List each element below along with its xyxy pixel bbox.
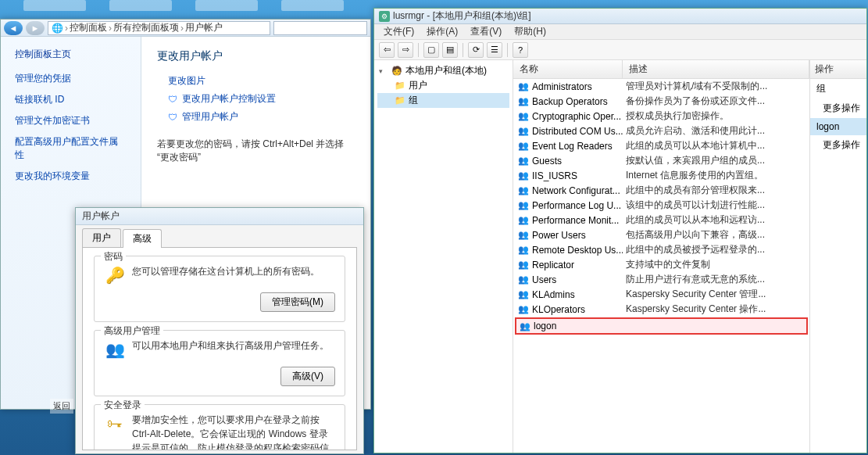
col-desc[interactable]: 描述 [623,60,809,78]
group-icon [518,185,529,196]
actions-pane: 操作 组 更多操作 logon 更多操作 [810,60,866,453]
group-name: Power Users [532,230,586,241]
breadcrumb[interactable]: 🌐 › 控制面板 › 所有控制面板项 › 用户帐户 [48,21,270,35]
mmc-list: 名称 描述 Administrators管理员对计算机/域有不受限制的...Ba… [513,60,810,453]
group-desc: 该组中的成员可以计划进行性能... [626,199,805,212]
tb-forward-icon[interactable]: ⇨ [398,42,413,58]
fragment-text: 返回 [50,399,73,414]
manage-passwords-button[interactable]: 管理密码(M) [260,292,335,312]
list-item[interactable]: Event Log Readers此组的成员可以从本地计算机中... [513,138,809,153]
menu-action[interactable]: 操作(A) [422,23,463,40]
forward-button[interactable]: ► [26,21,45,35]
actions-sub-groups[interactable]: 组 [810,79,866,99]
group-name: Event Log Readers [532,141,613,152]
group-icon [518,289,529,300]
folder-icon [395,81,405,91]
group-desc: Kaspersky Security Center 操作... [626,303,805,316]
menu-file[interactable]: 文件(F) [379,23,419,40]
list-item[interactable]: KLOperatorsKaspersky Security Center 操作.… [513,302,809,317]
side-link-encryption[interactable]: 管理文件加密证书 [15,114,127,127]
mmc-menubar: 文件(F) 操作(A) 查看(V) 帮助(H) [374,24,866,40]
list-item[interactable]: Replicator支持域中的文件复制 [513,257,809,272]
side-link-credentials[interactable]: 管理您的凭据 [15,72,127,85]
group-name: Backup Operators [532,96,608,107]
list-item[interactable]: Performance Log U...该组中的成员可以计划进行性能... [513,198,809,213]
list-item[interactable]: Backup Operators备份操作员为了备份或还原文件... [513,94,809,109]
tb-export-icon[interactable]: ▤ [442,42,458,58]
list-item[interactable]: Remote Desktop Us...此组中的成员被授予远程登录的... [513,242,809,257]
group-desc: 防止用户进行有意或无意的系统... [626,273,805,286]
group-icon [518,126,529,137]
menu-help[interactable]: 帮助(H) [509,23,551,40]
tree-root[interactable]: ▾本地用户和组(本地) [377,63,509,78]
list-item[interactable]: Cryptographic Oper...授权成员执行加密操作。 [513,109,809,124]
shield-icon [168,112,179,123]
side-link-envvars[interactable]: 更改我的环境变量 [15,170,127,183]
group-icon [518,274,529,285]
col-name[interactable]: 名称 [513,60,623,78]
sec-text: 要增加安全性，您可以要求用户在登录之前按 Ctrl-Alt-Delete。它会保… [132,413,335,450]
tree-users[interactable]: 用户 [377,78,509,93]
lock-icon [104,413,126,435]
tb-show-hide-icon[interactable]: ▢ [423,42,439,58]
mmc-titlebar: ⚙ lusrmgr - [本地用户和组(本地)\组] [374,9,866,24]
key-icon [104,264,126,286]
list-item[interactable]: logon [515,317,808,335]
back-button[interactable]: ◄ [4,21,23,35]
list-item[interactable]: Power Users包括高级用户以向下兼容，高级... [513,228,809,242]
action-manage-accounts[interactable]: 管理用户帐户 [168,110,355,124]
tb-properties-icon[interactable]: ☰ [487,42,502,58]
group-icon [518,200,529,211]
group-name: Guests [532,156,562,167]
cpl-main-title: 更改用户帐户 [157,49,355,63]
group-desc: Kaspersky Security Center 管理... [626,288,805,301]
group-icon [518,215,529,226]
host-icon [391,66,402,77]
list-item[interactable]: Distributed COM Us...成员允许启动、激活和使用此计... [513,124,809,138]
list-item[interactable]: KLAdminsKaspersky Security Center 管理... [513,287,809,302]
list-item[interactable]: Users防止用户进行有意或无意的系统... [513,272,809,287]
tb-refresh-icon[interactable]: ⟳ [468,42,484,58]
group-icon [520,321,530,331]
tb-back-icon[interactable]: ⇦ [379,42,395,58]
group-name: logon [534,321,556,331]
taskbar-thumbnails [0,0,344,14]
advanced-button[interactable]: 高级(V) [280,367,335,386]
list-item[interactable]: IIS_IUSRSInternet 信息服务使用的内置组。 [513,168,809,183]
list-item[interactable]: Performance Monit...此组的成员可以从本地和远程访... [513,213,809,228]
group-icon [518,96,529,107]
actions-more-1[interactable]: 更多操作 [810,99,866,118]
group-advanced-users: 高级用户管理 可以用本地用户和组来执行高级用户管理任务。 高级(V) [94,330,345,396]
folder-icon [395,95,405,106]
actions-sub-logon[interactable]: logon [810,118,866,135]
list-item[interactable]: Network Configurat...此组中的成员有部分管理权限来... [513,183,809,198]
side-link-profiles[interactable]: 配置高级用户配置文件属性 [15,135,127,162]
actions-more-2[interactable]: 更多操作 [810,135,866,155]
group-icon [518,81,529,92]
action-change-uac[interactable]: 更改用户帐户控制设置 [168,92,355,106]
group-name: Network Configurat... [532,185,620,196]
menu-view[interactable]: 查看(V) [466,23,506,40]
sidebar-title: 控制面板主页 [15,48,127,61]
search-input[interactable] [273,21,367,35]
mmc-app-icon: ⚙ [379,11,390,22]
group-name: Performance Log U... [532,200,621,211]
group-sec-title: 安全登录 [101,399,145,412]
group-pwd-title: 密码 [101,250,126,263]
group-desc: 包括高级用户以向下兼容，高级... [626,228,805,242]
tree-groups[interactable]: 组 [377,93,509,108]
group-desc: 此组中的成员有部分管理权限来... [626,184,805,197]
list-item[interactable]: Guests按默认值，来宾跟用户组的成员... [513,153,809,168]
tab-users[interactable]: 用户 [82,228,121,247]
dlg-tabs: 用户 高级 [76,225,363,247]
side-link-onlineid[interactable]: 链接联机 ID [15,93,127,106]
group-name: Performance Monit... [532,215,619,226]
action-change-picture[interactable]: 更改图片 [168,74,355,88]
pwd-text: 您可以管理存储在这台计算机上的所有密码。 [132,264,335,286]
mmc-title: lusrmgr - [本地用户和组(本地)\组] [393,9,531,23]
list-item[interactable]: Administrators管理员对计算机/域有不受限制的... [513,79,809,94]
tb-help-icon[interactable]: ? [513,42,528,58]
group-desc: 此组的成员可以从本地和远程访... [626,213,805,227]
tab-advanced[interactable]: 高级 [123,229,162,248]
dlg-title: 用户帐户 [82,210,120,223]
